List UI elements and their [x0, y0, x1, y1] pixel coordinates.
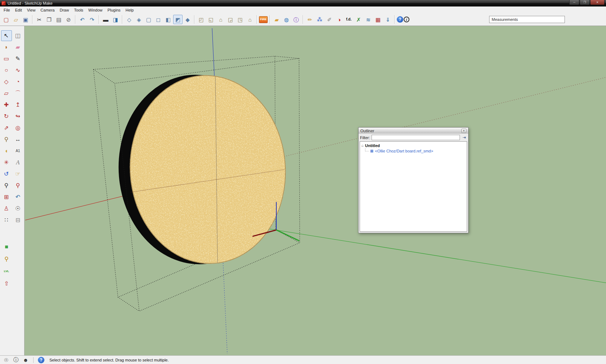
copy-button[interactable]: ❐: [44, 15, 54, 24]
menu-draw[interactable]: Draw: [57, 7, 71, 13]
styles-plugin-button[interactable]: ⁂: [315, 15, 324, 24]
zoom-window-tool-button[interactable]: ⚲: [13, 180, 23, 191]
outliner-component-row[interactable]: ▦ <Ollie Choz/Dart board.ref_smd>: [365, 148, 465, 154]
protractor-tool-button[interactable]: ◖: [1, 146, 12, 156]
outliner-titlebar[interactable]: Outliner ✕: [359, 128, 468, 134]
orbit-tool-button[interactable]: ↺: [1, 169, 12, 179]
pan-tool-button[interactable]: ☞: [13, 169, 23, 179]
left-view-button[interactable]: ⌂: [245, 15, 255, 24]
dimension-tool-button[interactable]: ↔: [13, 134, 23, 145]
right-view-button[interactable]: ◲: [226, 15, 235, 24]
menu-edit[interactable]: Edit: [13, 7, 25, 13]
top-view-button[interactable]: ◱: [206, 15, 216, 24]
outliner-details-button[interactable]: ⇥: [461, 135, 467, 140]
polygon-tool-button[interactable]: ◇: [1, 76, 12, 87]
select-tool-button[interactable]: ↖: [1, 30, 12, 41]
section-plane-tool-button[interactable]: ⊟: [13, 215, 23, 226]
close-button[interactable]: ✕: [590, 0, 605, 5]
scale-tool-button[interactable]: ⇗: [1, 123, 12, 133]
maximize-button[interactable]: ❐: [580, 0, 590, 5]
menu-camera[interactable]: Camera: [38, 7, 57, 13]
fd-plugin-button[interactable]: f.d.: [344, 15, 354, 24]
walk-tool-button[interactable]: ∷: [1, 215, 12, 226]
rotate-tool-button[interactable]: ↻: [1, 111, 12, 122]
print-button[interactable]: ▬: [101, 15, 110, 24]
make-component-tool-button[interactable]: ◫: [13, 30, 23, 41]
zoom-tool-button[interactable]: ⚲: [1, 180, 12, 191]
add-location-button[interactable]: ◍: [282, 15, 291, 24]
help-button[interactable]: ?: [397, 16, 403, 23]
waves-plugin-button[interactable]: ≋: [364, 15, 373, 24]
back-edges-style-button[interactable]: ◈: [134, 15, 144, 24]
circle-tool-button[interactable]: ○: [1, 65, 12, 76]
paste-button[interactable]: ▤: [54, 15, 63, 24]
model-info-button[interactable]: ◨: [111, 15, 120, 24]
previous-view-tool-button[interactable]: ↶: [13, 192, 23, 203]
credits-status-icon[interactable]: ⓘ: [13, 357, 19, 363]
hatchet-plugin-button[interactable]: ✗: [354, 15, 363, 24]
info-button[interactable]: i: [404, 17, 409, 22]
save-button[interactable]: ▣: [21, 15, 30, 24]
photo-textures-button[interactable]: ⓘ: [291, 15, 301, 24]
eraser-tool-button[interactable]: ▰: [13, 42, 23, 53]
plugin-key-button[interactable]: ⚲: [1, 254, 12, 265]
position-camera-tool-button[interactable]: ♙: [1, 203, 12, 214]
plugin-green-box-button[interactable]: ■: [1, 241, 12, 252]
xray-style-button[interactable]: ◇: [124, 15, 134, 24]
outliner-root-row[interactable]: ⌂ Untitled: [361, 143, 465, 148]
export-plugin-button[interactable]: ⇓: [383, 15, 392, 24]
tape-measure-tool-button[interactable]: ⚲: [1, 134, 12, 145]
look-around-tool-button[interactable]: ☉: [13, 203, 23, 214]
plugin-box-arrow-button[interactable]: ⇧: [1, 278, 12, 289]
geolocation-status-icon[interactable]: ☉: [3, 357, 9, 363]
axes-tool-button[interactable]: ✳: [1, 157, 12, 168]
shaded-textures-style-button[interactable]: ◩: [173, 15, 183, 24]
text-tool-button[interactable]: A1: [13, 146, 23, 156]
new-button[interactable]: ▢: [1, 15, 11, 24]
menu-view[interactable]: View: [25, 7, 38, 13]
open-button[interactable]: ▱: [11, 15, 21, 24]
arc-tool-button[interactable]: ◔: [13, 76, 23, 87]
open-folder-button[interactable]: ▰: [272, 15, 281, 24]
account-status-icon[interactable]: ☻: [22, 357, 29, 363]
fire-plugin-button[interactable]: FIRE: [259, 16, 268, 23]
measurements-input[interactable]: [519, 17, 562, 22]
redo-button[interactable]: ↷: [87, 15, 97, 24]
hidden-line-style-button[interactable]: ◻: [154, 15, 163, 24]
outliner-filter-input[interactable]: [372, 135, 460, 140]
shaded-style-button[interactable]: ◧: [163, 15, 173, 24]
wireframe-style-button[interactable]: ▢: [144, 15, 153, 24]
two-point-arc-tool-button[interactable]: ⌒: [13, 88, 23, 99]
front-view-button[interactable]: ⌂: [216, 15, 225, 24]
push-pull-tool-button[interactable]: ↥: [13, 99, 23, 110]
rotated-rectangle-tool-button[interactable]: ▱: [1, 88, 12, 99]
undo-button[interactable]: ↶: [78, 15, 87, 24]
monochrome-style-button[interactable]: ◆: [183, 15, 192, 24]
line-tool-button[interactable]: ✎: [13, 53, 23, 64]
iso-view-button[interactable]: ◰: [197, 15, 206, 24]
move-tool-button[interactable]: ✚: [1, 99, 12, 110]
menu-file[interactable]: File: [1, 7, 13, 13]
back-view-button[interactable]: ◳: [236, 15, 245, 24]
viewport-canvas[interactable]: Outliner ✕ Filter: ⇥ ⌂ Untitled ▦: [25, 26, 606, 355]
3d-text-tool-button[interactable]: A: [13, 157, 23, 168]
menu-tools[interactable]: Tools: [71, 7, 86, 13]
window-titlebar[interactable]: Untitled - SketchUp Make ─ ❐ ✕: [0, 0, 606, 6]
outliner-close-button[interactable]: ✕: [461, 129, 466, 133]
minimize-button[interactable]: ─: [569, 0, 579, 5]
plugin-lvl-button[interactable]: LVL: [1, 266, 12, 277]
freehand-tool-button[interactable]: ∿: [13, 65, 23, 76]
rectangle-tool-button[interactable]: ▭: [1, 53, 12, 64]
pencil-plugin-button[interactable]: ✏: [305, 15, 315, 24]
help-status-icon[interactable]: ?: [38, 357, 44, 363]
menu-plugins[interactable]: Plugins: [105, 7, 123, 13]
offset-tool-button[interactable]: ◎: [13, 123, 23, 133]
halfcircle-plugin-button[interactable]: ◑: [334, 15, 344, 24]
dropper-plugin-button[interactable]: ✐: [325, 15, 334, 24]
zoom-extents-tool-button[interactable]: ⊞: [1, 192, 12, 203]
menu-window[interactable]: Window: [86, 7, 105, 13]
menu-help[interactable]: Help: [123, 7, 136, 13]
follow-me-tool-button[interactable]: ↬: [13, 111, 23, 122]
cut-button[interactable]: ✂: [35, 15, 44, 24]
brick-plugin-button[interactable]: ▦: [373, 15, 383, 24]
